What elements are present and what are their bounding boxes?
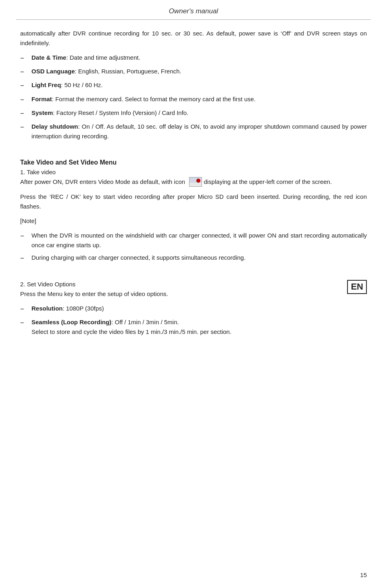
intro-text: automatically after DVR continue recordi…	[20, 30, 367, 46]
label-datetime: Date & Time	[31, 54, 66, 61]
set-video-para: Press the Menu key to enter the setup of…	[20, 289, 367, 299]
bullet-item-osd: − OSD Language: English, Russian, Portug…	[20, 67, 367, 77]
bullet-dash-system: −	[20, 108, 29, 119]
label-delay: Delay shutdown	[31, 123, 78, 130]
bullet-text-lightfreq: Light Freq: 50 Hz / 60 Hz.	[31, 80, 367, 90]
bullet-item-datetime: − Date & Time: Date and time adjustment.	[20, 53, 367, 64]
bullet-item-seamless: − Seamless (Loop Recording): Off / 1min …	[20, 317, 367, 337]
main-content: automatically after DVR continue recordi…	[16, 29, 371, 337]
bullet-text-delay: Delay shutdown: On / Off. As default, 10…	[31, 122, 367, 141]
label-seamless: Seamless (Loop Recording)	[31, 319, 111, 325]
take-video-text1: After power ON, DVR enters Video Mode as…	[20, 178, 187, 185]
bullet-item-delay: − Delay shutdown: On / Off. As default, …	[20, 122, 367, 141]
note-bullet-text-2: During charging with car charger connect…	[31, 253, 367, 263]
take-video-text1b: displaying at the upper-left corner of t…	[204, 178, 332, 185]
note-label-text: [Note]	[20, 217, 36, 224]
bullet-text-datetime: Date & Time: Date and time adjustment.	[31, 53, 367, 63]
bullet-dash-delay: −	[20, 122, 29, 133]
seamless-extra: Select to store and cycle the video file…	[31, 328, 231, 335]
note-bullet-2: − During charging with car charger conne…	[20, 253, 367, 264]
note-bullet-list: − When the DVR is mounted on the windshi…	[20, 231, 367, 264]
item1-heading: 1. Take video	[20, 169, 367, 175]
bullet-text-format: Format: Format the memory card. Select t…	[31, 94, 367, 104]
bullet-text-system: System: Factory Reset / System Info (Ver…	[31, 108, 367, 118]
take-video-para2: Press the ‘REC / OK’ key to start video …	[20, 192, 367, 211]
note-bullet-1: − When the DVR is mounted on the windshi…	[20, 231, 367, 250]
bullet-dash-note2: −	[20, 253, 29, 264]
page-number: 15	[360, 571, 367, 578]
section1-heading: Take Video and Set Video Menu	[20, 159, 367, 166]
take-video-para1: After power ON, DVR enters Video Mode as…	[20, 177, 367, 187]
take-video-text2: Press the ‘REC / OK’ key to start video …	[20, 193, 367, 210]
bullet-item-system: − System: Factory Reset / System Info (V…	[20, 108, 367, 119]
video-mode-icon	[189, 177, 202, 187]
page-header: Owner's manual	[16, 0, 371, 20]
section2-heading-text: 2. Set Video Options	[20, 281, 75, 288]
label-osd: OSD Language	[31, 68, 75, 75]
bullet-dash-format: −	[20, 94, 29, 105]
bullet-text-osd: OSD Language: English, Russian, Portugue…	[31, 67, 367, 76]
header-title: Owner's manual	[169, 7, 218, 15]
note-label: [Note]	[20, 216, 367, 226]
label-system: System	[31, 109, 53, 116]
intro-paragraph: automatically after DVR continue recordi…	[20, 29, 367, 48]
page-container: Owner's manual automatically after DVR c…	[0, 0, 387, 588]
label-lightfreq: Light Freq	[31, 81, 61, 88]
bullet-text-resolution: Resolution: 1080P (30fps)	[31, 304, 367, 313]
bullet-dash-note1: −	[20, 231, 29, 242]
bullet-dash-resolution: −	[20, 304, 29, 315]
settings-bullet-list: − Date & Time: Date and time adjustment.…	[20, 53, 367, 141]
bullet-dash: −	[20, 53, 29, 64]
bullet-text-seamless: Seamless (Loop Recording): Off / 1min / …	[31, 317, 367, 337]
section2-heading: 2. Set Video Options EN	[20, 281, 367, 288]
en-badge: EN	[347, 280, 367, 294]
bullet-item-lightfreq: − Light Freq: 50 Hz / 60 Hz.	[20, 80, 367, 91]
video-options-bullet-list: − Resolution: 1080P (30fps) − Seamless (…	[20, 304, 367, 337]
bullet-item-format: − Format: Format the memory card. Select…	[20, 94, 367, 105]
bullet-dash-lightfreq: −	[20, 80, 29, 91]
bullet-item-resolution: − Resolution: 1080P (30fps)	[20, 304, 367, 315]
note-bullet-text-1: When the DVR is mounted on the windshiel…	[31, 231, 367, 250]
bullet-dash-osd: −	[20, 67, 29, 77]
label-format: Format	[31, 96, 52, 102]
label-resolution: Resolution	[31, 305, 63, 312]
bullet-dash-seamless: −	[20, 317, 29, 328]
set-video-text: Press the Menu key to enter the setup of…	[20, 290, 168, 297]
